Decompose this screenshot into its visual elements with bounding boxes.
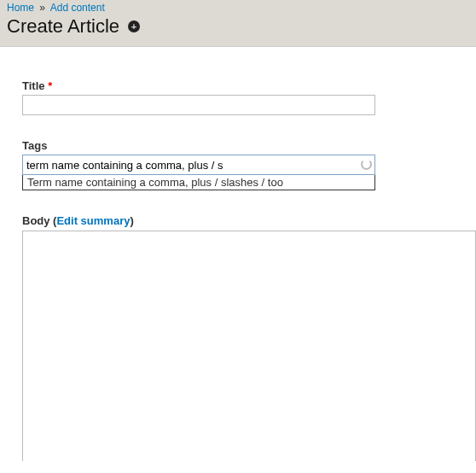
content-form: Title * Tags Term name containing a comm… xyxy=(0,47,476,461)
plus-icon[interactable]: + xyxy=(128,20,140,32)
body-label: Body (Edit summary) xyxy=(22,214,461,227)
breadcrumb-home-link[interactable]: Home xyxy=(7,2,34,14)
page-title: Create Article + xyxy=(7,15,469,38)
page-title-text: Create Article xyxy=(7,15,119,38)
breadcrumb-separator: » xyxy=(39,2,45,14)
title-input[interactable] xyxy=(22,95,375,115)
title-label: Title * xyxy=(22,79,461,92)
throbber-icon xyxy=(361,159,372,170)
title-label-text: Title xyxy=(22,79,45,92)
autocomplete-suggestion[interactable]: Term name containing a comma, plus / sla… xyxy=(23,175,374,190)
tags-input[interactable] xyxy=(22,155,375,175)
edit-summary-link[interactable]: Edit summary xyxy=(56,214,130,227)
title-field-wrapper: Title * xyxy=(22,79,461,115)
body-label-text: Body xyxy=(22,214,50,227)
breadcrumb: Home » Add content xyxy=(7,2,469,14)
tags-autocomplete: Term name containing a comma, plus / sla… xyxy=(22,175,375,190)
required-mark: * xyxy=(48,79,52,92)
header-bar: Home » Add content Create Article + xyxy=(0,0,476,47)
body-textarea[interactable] xyxy=(22,231,476,461)
body-field-wrapper: Body (Edit summary) xyxy=(22,214,461,461)
tags-label: Tags xyxy=(22,139,461,152)
breadcrumb-add-content-link[interactable]: Add content xyxy=(50,2,105,14)
tags-field-wrapper: Tags Term name containing a comma, plus … xyxy=(22,139,461,190)
